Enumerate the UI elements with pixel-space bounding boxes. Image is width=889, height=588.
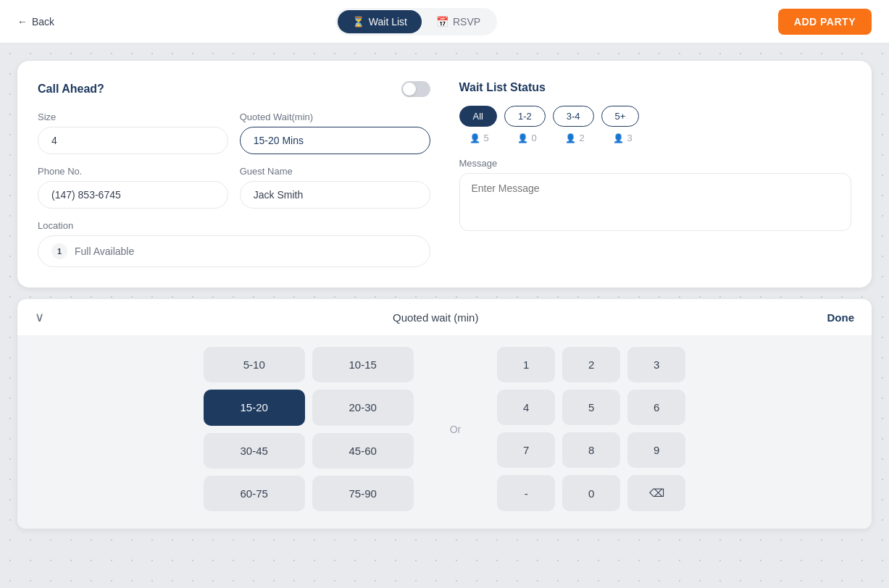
num-key-0[interactable]: 0 xyxy=(562,475,620,511)
wait-list-status-title: Wait List Status xyxy=(459,81,852,94)
phone-input[interactable] xyxy=(38,181,228,209)
rsvp-tab-label: RSVP xyxy=(453,16,480,28)
back-button[interactable]: ← Back xyxy=(17,16,54,28)
location-group: Location 1 Full Available xyxy=(38,220,430,267)
or-label: Or xyxy=(443,347,469,511)
filter-counts: 👤 5 👤 0 👤 2 👤 3 xyxy=(459,133,852,143)
filter-all[interactable]: All xyxy=(459,106,497,127)
quoted-wait-group: Quoted Wait(min) xyxy=(240,112,430,154)
form-row-phone-guest: Phone No. Guest Name xyxy=(38,166,430,209)
count-5plus: 👤 3 xyxy=(603,133,643,143)
main-card: Call Ahead? Size Quoted Wait(min) xyxy=(17,61,872,287)
nav-tabs: ⏳ Wait List 📅 RSVP xyxy=(335,8,497,35)
num-key-6[interactable]: 6 xyxy=(627,390,685,425)
persons-icon-all: 👤 xyxy=(469,133,480,143)
range-key-20-30[interactable]: 20-30 xyxy=(312,390,414,425)
range-grid: 5-10 10-15 15-20 20-30 30-45 45-60 60-75… xyxy=(204,347,414,511)
size-group: Size xyxy=(38,112,228,154)
count-1-2-value: 0 xyxy=(531,133,536,143)
range-key-30-45[interactable]: 30-45 xyxy=(204,433,305,469)
num-grid: 1 2 3 4 5 6 7 8 9 - 0 ⌫ xyxy=(497,347,685,511)
form-right: Wait List Status All 1-2 3-4 5+ 👤 5 👤 0 xyxy=(459,81,852,267)
persons-icon-3-4: 👤 xyxy=(565,133,576,143)
num-key-5[interactable]: 5 xyxy=(562,390,620,425)
waitlist-icon: ⏳ xyxy=(352,16,364,28)
num-key-9[interactable]: 9 xyxy=(627,432,685,468)
filter-5plus[interactable]: 5+ xyxy=(601,106,640,127)
range-key-5-10[interactable]: 5-10 xyxy=(204,347,305,382)
waitlist-tab-label: Wait List xyxy=(369,16,407,28)
count-5plus-value: 3 xyxy=(627,133,632,143)
count-3-4: 👤 2 xyxy=(555,133,596,143)
keypad-area: 5-10 10-15 15-20 20-30 30-45 45-60 60-75… xyxy=(17,335,872,529)
chevron-down-icon: ∨ xyxy=(35,309,44,325)
back-label: Back xyxy=(32,16,54,28)
count-all-value: 5 xyxy=(483,133,488,143)
call-ahead-title: Call Ahead? xyxy=(38,83,104,96)
persons-icon-5plus: 👤 xyxy=(613,133,624,143)
num-key-2[interactable]: 2 xyxy=(562,347,620,382)
form-grid: Call Ahead? Size Quoted Wait(min) xyxy=(38,81,851,267)
guest-name-label: Guest Name xyxy=(240,166,430,177)
num-key-dash[interactable]: - xyxy=(497,475,555,511)
count-1-2: 👤 0 xyxy=(507,133,548,143)
main-area: Call Ahead? Size Quoted Wait(min) xyxy=(0,43,889,588)
num-key-backspace[interactable]: ⌫ xyxy=(627,475,685,511)
phone-label: Phone No. xyxy=(38,166,228,177)
location-field[interactable]: 1 Full Available xyxy=(38,235,430,267)
count-all: 👤 5 xyxy=(459,133,500,143)
bottom-header-title: Quoted wait (min) xyxy=(393,311,478,324)
guest-name-group: Guest Name xyxy=(240,166,430,209)
back-arrow-icon: ← xyxy=(17,16,28,28)
quoted-wait-input[interactable] xyxy=(240,127,430,154)
filter-3-4[interactable]: 3-4 xyxy=(553,106,594,127)
num-key-7[interactable]: 7 xyxy=(497,432,555,468)
tab-rsvp[interactable]: 📅 RSVP xyxy=(422,10,495,33)
size-label: Size xyxy=(38,112,228,122)
num-key-8[interactable]: 8 xyxy=(562,432,620,468)
message-label: Message xyxy=(459,158,852,169)
done-button[interactable]: Done xyxy=(827,311,855,324)
message-textarea[interactable] xyxy=(459,173,852,231)
phone-group: Phone No. xyxy=(38,166,228,209)
form-left: Call Ahead? Size Quoted Wait(min) xyxy=(38,81,430,267)
num-key-4[interactable]: 4 xyxy=(497,390,555,425)
guest-name-input[interactable] xyxy=(240,181,430,209)
size-input[interactable] xyxy=(38,127,228,154)
location-label: Location xyxy=(38,220,430,231)
range-key-75-90[interactable]: 75-90 xyxy=(312,476,414,511)
range-key-60-75[interactable]: 60-75 xyxy=(204,476,305,511)
add-party-button[interactable]: ADD PARTY xyxy=(778,9,872,35)
bottom-section: ∨ Quoted wait (min) Done 5-10 10-15 15-2… xyxy=(17,299,872,529)
filter-buttons: All 1-2 3-4 5+ xyxy=(459,106,852,127)
num-key-3[interactable]: 3 xyxy=(627,347,685,382)
top-nav: ← Back ⏳ Wait List 📅 RSVP ADD PARTY xyxy=(0,0,889,43)
call-ahead-toggle[interactable] xyxy=(401,81,430,97)
filter-1-2[interactable]: 1-2 xyxy=(504,106,546,127)
range-key-45-60[interactable]: 45-60 xyxy=(312,433,414,469)
call-ahead-header: Call Ahead? xyxy=(38,81,430,97)
count-3-4-value: 2 xyxy=(579,133,584,143)
persons-icon-1-2: 👤 xyxy=(517,133,528,143)
quoted-wait-label: Quoted Wait(min) xyxy=(240,112,430,122)
range-key-15-20[interactable]: 15-20 xyxy=(204,390,305,425)
location-text: Full Available xyxy=(75,245,134,257)
bottom-header[interactable]: ∨ Quoted wait (min) Done xyxy=(17,299,872,335)
location-badge: 1 xyxy=(51,243,67,259)
tab-waitlist[interactable]: ⏳ Wait List xyxy=(338,10,422,33)
form-row-size-wait: Size Quoted Wait(min) xyxy=(38,112,430,154)
range-key-10-15[interactable]: 10-15 xyxy=(312,347,414,382)
num-key-1[interactable]: 1 xyxy=(497,347,555,382)
rsvp-icon: 📅 xyxy=(436,16,448,28)
